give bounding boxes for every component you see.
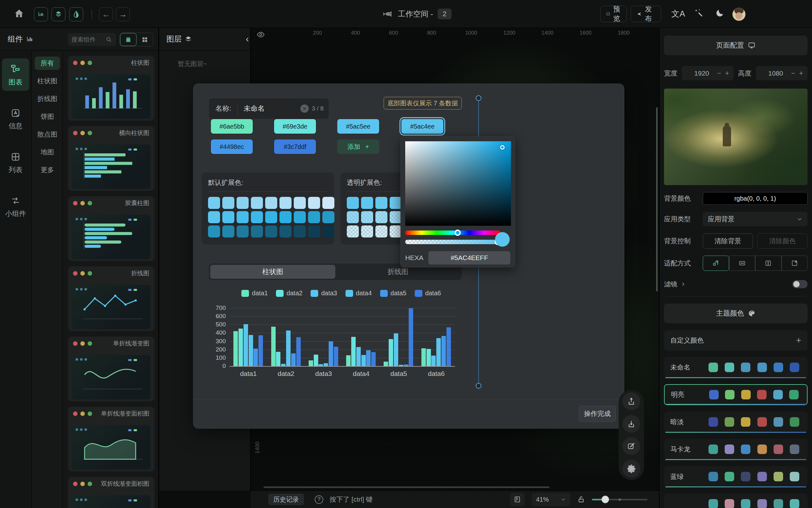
theme-color-tab[interactable]: 主题颜色 [664,303,808,323]
component-card[interactable]: 折线图 [68,266,154,331]
color-swatch [790,472,799,481]
sidebar-item-label: 图表 [9,78,23,87]
app-type-select[interactable]: 应用背景 [703,212,808,226]
canvas-floating-toolbar [618,390,644,480]
slider-thumb[interactable] [601,496,609,503]
category-item[interactable]: 更多 [35,163,60,176]
horizontal-scrollbar[interactable] [264,486,549,488]
clear-color-button[interactable]: 清除颜色 [757,234,808,249]
color-swatch [725,499,734,508]
alpha-slider[interactable] [405,240,501,244]
flow-chart-icon [10,64,21,74]
height-stepper[interactable]: −+ [791,69,803,78]
color-swatch [757,444,767,454]
sidebar-item-4[interactable]: 小组件 [2,190,29,222]
category-item[interactable]: 折线图 [35,92,60,105]
chevron-down-icon [797,216,803,222]
component-card[interactable]: 单折线渐变面积图 [68,407,154,471]
upload-icon [627,397,636,406]
home-icon[interactable] [14,8,25,19]
hexa-label: HEXA [405,254,423,262]
fit-scale-button[interactable] [703,256,729,271]
workspace-badge: 2 [438,9,452,19]
sidebar-item-3[interactable]: 列表 [2,147,29,178]
component-card[interactable]: 双折线渐变面积图 [68,477,154,508]
layers-mode-button[interactable] [51,7,66,21]
x-axis-line [229,366,455,367]
component-card[interactable]: 单折线渐变图 [68,337,154,401]
theme-preset-row[interactable]: 马卡龙 [664,439,808,460]
theme-preset-row[interactable]: 蓝绿 [664,466,808,487]
edit-button[interactable] [623,437,640,455]
prism-mode-button[interactable] [69,7,83,21]
unlock-icon[interactable] [577,496,585,503]
download-button[interactable] [623,415,640,433]
color-swatch [757,499,767,508]
theme-preset-row[interactable]: 未命名 [664,357,808,378]
minimap-button[interactable] [510,493,525,506]
hue-slider[interactable] [405,230,501,235]
settings-button[interactable] [623,460,640,477]
width-stepper[interactable]: −+ [717,69,729,78]
saturation-handle[interactable] [500,145,505,150]
hue-handle[interactable] [455,229,461,236]
add-custom-color-button[interactable]: + [796,335,801,345]
sidebar-item-1[interactable]: 图表 [2,58,29,91]
collapse-panel-chevron[interactable]: ‹ [246,34,249,44]
page-config-tab[interactable]: 页面配置 [664,36,808,55]
zoom-slider[interactable] [592,496,647,503]
category-item[interactable]: 散点图 [35,128,60,141]
window-dot-icon [88,341,92,346]
help-icon[interactable]: ? [315,495,323,504]
translate-icon[interactable]: 文A [671,8,685,19]
width-input[interactable]: 1920 −+ [682,66,734,80]
guide-handle-bottom[interactable] [476,383,481,389]
vertical-scrollbar[interactable] [656,107,658,292]
preview-button[interactable]: 预览 [600,6,627,22]
theme-preset-row[interactable]: 暗淡 [664,412,808,432]
upload-button[interactable] [623,392,640,410]
chart-mode-button[interactable] [34,7,48,21]
sidebar-item-2[interactable]: 信息 [2,103,29,135]
color-swatch [773,390,783,399]
filter-toggle[interactable] [792,280,808,288]
dark-mode-moon-icon[interactable] [715,8,725,18]
clear-background-button[interactable]: 清除背景 [703,234,753,249]
guide-handle-top[interactable] [476,95,481,101]
saturation-area[interactable] [405,141,511,226]
fit-width-button[interactable] [729,256,756,271]
category-item[interactable]: 所有 [35,56,60,70]
thumbnail-dots [76,288,87,291]
category-item[interactable]: 地图 [35,145,60,159]
magic-wand-icon[interactable] [694,8,704,18]
category-item[interactable]: 柱状图 [35,74,60,88]
fit-height-button[interactable] [755,256,781,271]
eye-icon[interactable] [257,31,265,39]
history-button[interactable]: 历史记录 [268,494,304,505]
search-input[interactable]: 搜索组件 [68,33,116,46]
window-dot-icon [80,271,85,276]
background-image-preview[interactable] [664,89,808,185]
category-item[interactable]: 饼图 [35,110,60,123]
fit-full-button[interactable] [781,256,808,271]
single-view-toggle[interactable] [120,33,136,46]
redo-button[interactable]: → [116,7,130,21]
component-card[interactable]: 横向柱状图 [68,126,154,191]
zoom-level-select[interactable]: 41% [531,493,570,506]
grid-view-toggle[interactable] [136,33,153,46]
height-input[interactable]: 1080 −+ [756,66,808,80]
grid-icon [141,36,148,43]
bg-color-swatch[interactable]: rgba(0, 0, 0, 1) [703,192,808,205]
chart-bar [346,355,351,366]
chart-bar [351,337,356,366]
hexa-input[interactable]: #5AC4EEFF [428,251,510,264]
component-card[interactable]: 柱状图 [68,56,154,121]
component-card[interactable]: 胶囊柱图 [68,196,154,261]
user-avatar[interactable] [732,8,745,21]
theme-preset-row[interactable] [664,494,808,508]
publish-button[interactable]: 发布 [631,6,661,22]
window-dot-icon [73,482,78,486]
done-button[interactable]: 操作完成 [579,406,616,422]
undo-button[interactable]: ← [99,7,113,21]
theme-preset-row[interactable]: 明亮 [664,384,808,405]
